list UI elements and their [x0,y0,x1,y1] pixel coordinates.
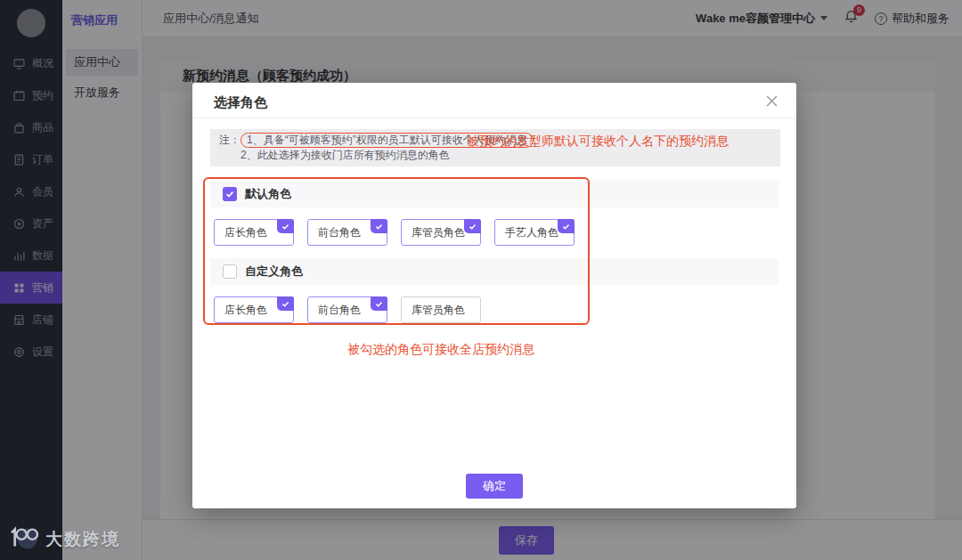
check-icon [371,219,387,233]
role-card-front-desk[interactable]: 前台角色 [307,219,387,246]
app-root: 概况 预约 商品 订单 [0,0,962,560]
close-icon[interactable] [764,93,779,108]
custom-roles-row: 店长角色 前台角色 库管员角色 [214,296,796,323]
check-icon [277,219,294,233]
check-icon [558,219,575,233]
watermark: 大数跨境 [7,524,120,555]
check-icon [464,219,481,233]
role-card-manager-custom[interactable]: 店长角色 [214,296,294,323]
custom-roles-checkbox[interactable] [223,264,237,279]
annotation-personal-messages: 被预约的发型师默认可接收个人名下的预约消息 [467,134,729,148]
roles-section: 默认角色 店长角色 前台角色 库管员角色 [192,175,796,323]
role-card-stock-keeper-custom[interactable]: 库管员角色 [401,296,481,323]
modal-title: 选择角色 [192,83,796,118]
default-roles-label: 默认角色 [245,186,291,202]
role-card-manager[interactable]: 店长角色 [214,219,294,246]
default-roles-checkbox[interactable] [223,187,237,201]
note-line-2: 2、此处选择为接收门店所有预约消息的角色 [219,148,771,162]
default-roles-group-header: 默认角色 [210,181,779,207]
role-select-modal: 选择角色 注：1、具备“可被顾客预约”权限的员工默认可接收个人预约消息 被预约的… [192,83,796,508]
role-card-artisan[interactable]: 手艺人角色 [494,219,575,246]
modal-note: 注：1、具备“可被顾客预约”权限的员工默认可接收个人预约消息 被预约的发型师默认… [210,129,780,166]
confirm-button[interactable]: 确定 [466,474,523,499]
role-card-stock-keeper[interactable]: 库管员角色 [401,219,481,246]
check-icon [371,296,387,311]
note-prefix: 注： [219,134,240,146]
annotation-store-messages: 被勾选的角色可接收全店预约消息 [347,342,534,358]
role-card-front-desk-custom[interactable]: 前台角色 [307,296,387,323]
watermark-text: 大数跨境 [45,528,120,551]
default-roles-row: 店长角色 前台角色 库管员角色 [214,219,796,246]
watermark-logo-icon [7,524,41,555]
custom-roles-label: 自定义角色 [245,264,303,280]
check-icon [277,296,294,311]
custom-roles-group-header: 自定义角色 [210,258,779,285]
